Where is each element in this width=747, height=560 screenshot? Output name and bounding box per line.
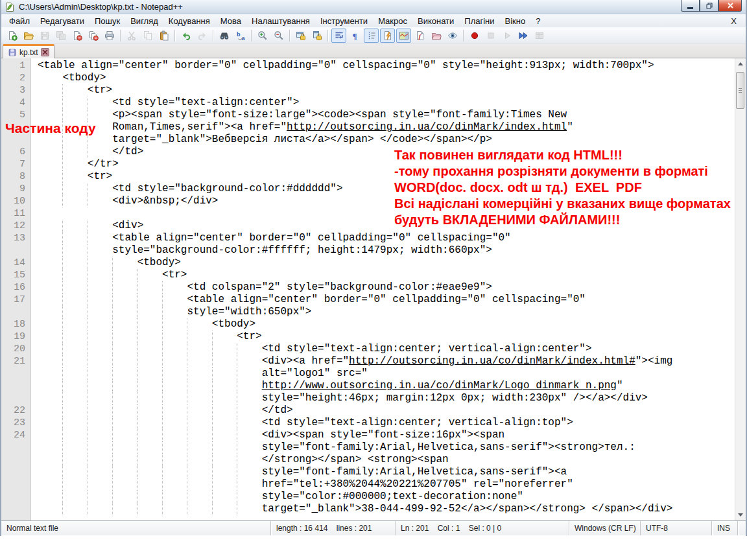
code-url-link[interactable]: http://www.outsorcing.in.ua/co/dinMark/L… [262, 380, 617, 391]
line-number[interactable] [1, 478, 31, 491]
menu-item-4[interactable]: Кодування [163, 15, 215, 27]
code-line[interactable]: style="font-family:Arial,Helvetica,sans-… [31, 466, 746, 478]
line-number[interactable]: 11 [1, 207, 31, 220]
monitoring-icon[interactable] [445, 29, 460, 43]
code-line[interactable]: <tr> [31, 269, 746, 281]
line-number[interactable] [1, 392, 31, 404]
code-line[interactable]: style="font-family:Arial,Helvetica,sans-… [31, 441, 746, 454]
code-line[interactable]: <div><a href="http://outsorcing.in.ua/co… [31, 355, 746, 368]
code-line[interactable]: <tr> [31, 84, 746, 97]
word-wrap-icon[interactable] [331, 29, 346, 43]
scroll-down-arrow[interactable] [735, 509, 746, 520]
cut-icon[interactable] [124, 29, 139, 43]
code-line[interactable]: <div><span style="font-size:16px"><span [31, 429, 746, 441]
line-number[interactable]: 13 [1, 232, 31, 244]
line-number[interactable] [1, 491, 31, 503]
menu-item-0[interactable]: Файл [4, 15, 35, 27]
code-line[interactable]: style="background-color:#ffffff; height:… [31, 244, 746, 257]
sync-horizontal-icon[interactable] [309, 29, 324, 43]
line-number[interactable]: 9 [1, 183, 31, 195]
menu-item-3[interactable]: Вигляд [125, 15, 163, 27]
line-number[interactable] [1, 454, 31, 466]
undo-icon[interactable] [178, 29, 193, 43]
line-number[interactable] [1, 380, 31, 392]
line-number[interactable] [1, 121, 31, 134]
new-file-icon[interactable] [5, 29, 19, 43]
line-number[interactable]: 4 [1, 97, 31, 109]
function-completion-icon[interactable] [380, 29, 395, 43]
line-number[interactable]: 7 [1, 158, 31, 170]
line-number[interactable]: 18 [1, 318, 31, 331]
line-number[interactable]: 20 [1, 343, 31, 355]
code-line[interactable]: http://www.outsorcing.in.ua/co/dinMark/L… [31, 380, 746, 392]
line-number[interactable]: 21 [1, 355, 31, 368]
replace-icon[interactable]: ba [233, 29, 248, 43]
line-number[interactable] [1, 134, 31, 146]
line-number[interactable]: 1 [1, 60, 31, 72]
menu-item-6[interactable]: Налаштування [246, 15, 315, 27]
code-line[interactable]: <tr> [31, 170, 746, 183]
code-line[interactable]: Roman,Times,serif"><a href="http://outso… [31, 121, 746, 134]
restore-button[interactable] [700, 0, 718, 12]
line-number[interactable]: 19 [1, 331, 31, 343]
line-number[interactable]: 5 [1, 109, 31, 121]
menu-item-7[interactable]: Інструменти [315, 15, 373, 27]
code-line[interactable]: </td> [31, 404, 746, 417]
macro-play-icon[interactable] [499, 29, 514, 43]
line-number[interactable]: 23 [1, 417, 31, 429]
status-eol-format[interactable]: Windows (CR LF) [569, 521, 641, 535]
code-line[interactable]: </tr> [31, 158, 746, 170]
code-line[interactable]: <tbody> [31, 318, 746, 331]
code-line[interactable]: <td style="background-color:#dddddd"> [31, 183, 746, 195]
status-insert-mode[interactable]: INS [712, 521, 738, 535]
code-line[interactable]: <tr> [31, 331, 746, 343]
code-line[interactable]: </strong></span> <strong><span [31, 454, 746, 466]
close-doc-icon[interactable] [69, 29, 84, 43]
document-map-icon[interactable] [396, 29, 411, 43]
minimize-button[interactable] [681, 0, 700, 12]
line-number[interactable] [1, 244, 31, 257]
code-url-link[interactable]: http://outsorcing.in.ua/co/dinMark/index… [349, 355, 635, 367]
code-line[interactable]: alt="logo1" src=" [31, 368, 746, 380]
line-number[interactable] [1, 368, 31, 380]
code-line[interactable]: <td style="text-align:center; vertical-a… [31, 417, 746, 429]
code-line[interactable]: <tbody> [31, 257, 746, 269]
macro-run-multiple-icon[interactable] [516, 29, 530, 43]
sync-vertical-icon[interactable] [293, 29, 308, 43]
line-number[interactable]: 14 [1, 257, 31, 269]
menu-item-10[interactable]: Плагіни [459, 15, 499, 27]
line-number[interactable]: 8 [1, 170, 31, 183]
line-number[interactable]: 15 [1, 269, 31, 281]
menu-item-5[interactable]: Мова [215, 15, 246, 27]
macro-save-icon[interactable] [532, 29, 547, 43]
find-icon[interactable] [217, 29, 231, 43]
line-number[interactable]: 10 [1, 195, 31, 207]
macro-stop-icon[interactable] [483, 29, 498, 43]
function-list-icon[interactable]: f [412, 29, 427, 43]
line-number[interactable]: 3 [1, 84, 31, 97]
paste-icon[interactable] [156, 29, 171, 43]
code-line[interactable]: <td style="text-align:center; vertical-a… [31, 343, 746, 355]
code-line[interactable]: target="_blank">Вебверсія листа</a></spa… [31, 134, 746, 146]
line-number[interactable] [1, 503, 31, 515]
code-line[interactable]: </td> [31, 146, 746, 158]
line-number[interactable] [1, 466, 31, 478]
code-line[interactable]: <td style="text-align:center"> [31, 97, 746, 109]
code-line[interactable]: <div> [31, 220, 746, 232]
close-all-docs-icon[interactable] [86, 29, 101, 43]
line-number[interactable]: 17 [1, 294, 31, 306]
scroll-up-arrow[interactable] [735, 58, 746, 69]
line-number[interactable]: 16 [1, 281, 31, 294]
line-number[interactable]: 24 [1, 429, 31, 441]
menu-item-8[interactable]: Макрос [373, 15, 412, 27]
print-icon[interactable] [102, 29, 117, 43]
show-all-characters-icon[interactable]: ¶ [348, 29, 362, 43]
close-button[interactable] [718, 0, 742, 12]
code-line[interactable]: style="height:46px; margin:12px 0px; wid… [31, 392, 746, 404]
code-line[interactable]: href="tel:+380%2044%20221%207705" rel="n… [31, 478, 746, 491]
tab-kp-txt[interactable]: kp.txt [3, 44, 54, 58]
zoom-out-icon[interactable] [271, 29, 286, 43]
code-line[interactable] [31, 207, 746, 220]
code-line[interactable]: style="width:650px"> [31, 306, 746, 318]
line-number[interactable]: 12 [1, 220, 31, 232]
